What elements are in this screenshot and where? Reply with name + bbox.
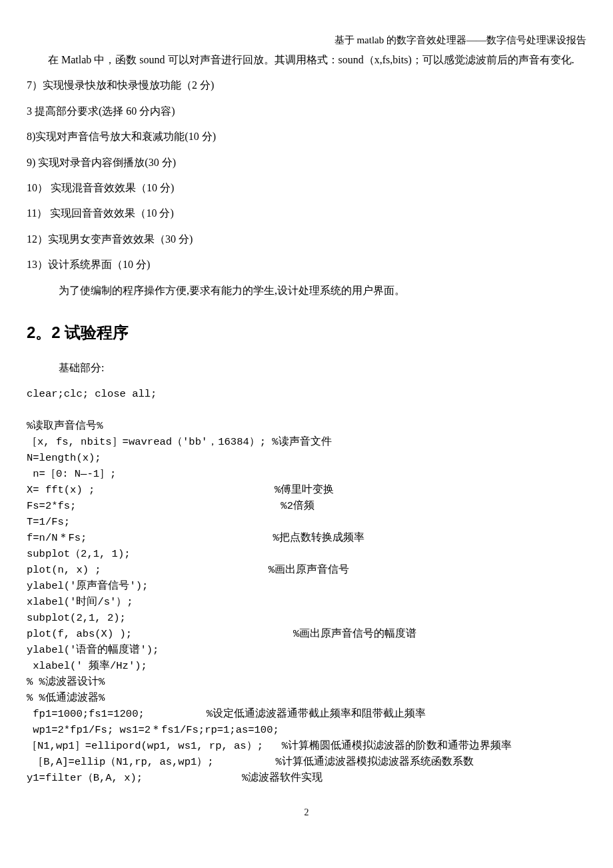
section-title: 2。2 试验程序 — [27, 321, 586, 344]
paragraph-intro: 在 Matlab 中，函数 sound 可以对声音进行回放。其调用格式：soun… — [27, 53, 586, 67]
paragraph-ui-note: 为了使编制的程序操作方便,要求有能力的学生,设计处理系统的用户界面。 — [27, 283, 586, 298]
item-8: 8)实现对声音信号放大和衰减功能(10 分) — [27, 129, 586, 144]
item-9: 9) 实现对录音内容倒播放(30 分) — [27, 155, 586, 170]
item-13: 13）设计系统界面（10 分) — [27, 257, 586, 272]
page-number: 2 — [27, 806, 586, 819]
item-7: 7）实现慢录快放和快录慢放功能（2 分) — [27, 78, 586, 93]
code-block: clear;clc; close all; %读取声音信号% ［x, fs, n… — [27, 386, 586, 786]
item-11: 11） 实现回音音效效果（10 分) — [27, 206, 586, 221]
item-12: 12）实现男女变声音效效果（30 分) — [27, 232, 586, 247]
base-part-label: 基础部分: — [27, 361, 586, 375]
item-10: 10） 实现混音音效效果（10 分) — [27, 181, 586, 195]
page-header: 基于 matlab 的数字音效处理器——数字信号处理课设报告 — [27, 33, 586, 47]
item-3-heading: 3 提高部分要求(选择 60 分内容) — [27, 104, 586, 119]
